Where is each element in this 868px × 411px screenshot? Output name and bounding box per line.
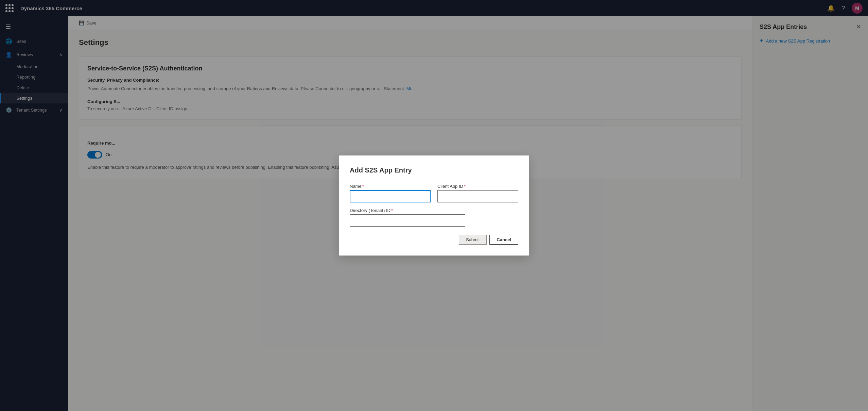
client-app-id-required: * — [464, 184, 466, 189]
directory-tenant-id-group: Directory (Tenant) ID* — [350, 208, 465, 227]
directory-tenant-id-required: * — [391, 208, 393, 213]
name-input[interactable] — [350, 190, 431, 202]
name-required: * — [362, 184, 364, 189]
client-app-id-input[interactable] — [437, 190, 518, 202]
modal-row-1: Name* Client App ID* — [350, 184, 518, 202]
name-group: Name* — [350, 184, 431, 202]
modal-actions: Submit Cancel — [350, 235, 518, 245]
modal-form: Name* Client App ID* Directory (Tenant) … — [350, 184, 518, 227]
directory-tenant-id-label: Directory (Tenant) ID* — [350, 208, 465, 213]
name-label: Name* — [350, 184, 431, 189]
modal-overlay: Add S2S App Entry Name* Client App ID* — [0, 0, 868, 411]
modal-title: Add S2S App Entry — [350, 166, 518, 174]
cancel-button[interactable]: Cancel — [489, 235, 518, 245]
directory-tenant-id-input[interactable] — [350, 214, 465, 227]
client-app-id-group: Client App ID* — [437, 184, 518, 202]
client-app-id-label: Client App ID* — [437, 184, 518, 189]
add-s2s-modal: Add S2S App Entry Name* Client App ID* — [339, 155, 529, 256]
submit-button[interactable]: Submit — [459, 235, 487, 245]
